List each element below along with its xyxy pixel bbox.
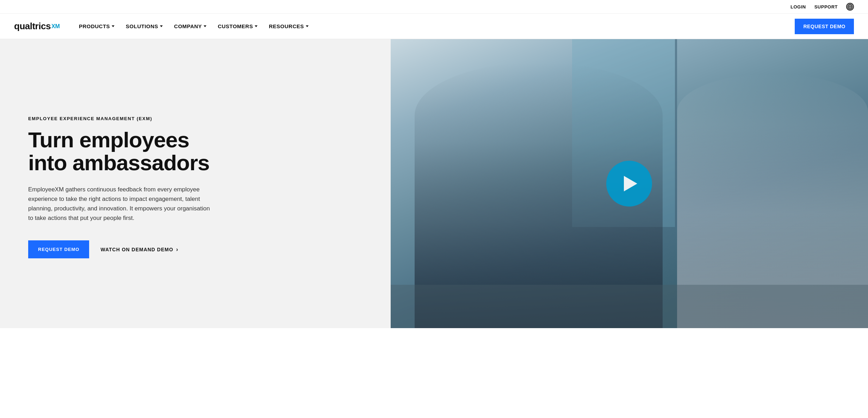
hero-section: EMPLOYEE EXPERIENCE MANAGEMENT (EXM) Tur… xyxy=(0,39,868,328)
watch-demo-label: WATCH ON DEMAND DEMO xyxy=(100,247,173,252)
play-icon xyxy=(624,176,637,191)
chevron-down-icon xyxy=(306,25,309,27)
hero-eyebrow: EMPLOYEE EXPERIENCE MANAGEMENT (EXM) xyxy=(28,116,370,121)
nav-label-products: PRODUCTS xyxy=(79,23,110,29)
chevron-down-icon xyxy=(160,25,163,27)
hero-content: EMPLOYEE EXPERIENCE MANAGEMENT (EXM) Tur… xyxy=(0,39,391,328)
nav-item-company[interactable]: COMPANY xyxy=(169,20,211,32)
play-button[interactable] xyxy=(606,161,652,207)
nav-items: PRODUCTS SOLUTIONS COMPANY CUSTOMERS RES… xyxy=(74,20,795,32)
navbar: qualtricsXM PRODUCTS SOLUTIONS COMPANY C… xyxy=(0,14,868,39)
hero-description: EmployeeXM gathers continuous feedback f… xyxy=(28,185,211,223)
chevron-down-icon xyxy=(255,25,258,27)
nav-label-resources: RESOURCES xyxy=(269,23,304,29)
logo-xm-text: XM xyxy=(51,23,60,30)
nav-label-company: COMPANY xyxy=(174,23,202,29)
top-bar: LOGIN SUPPORT xyxy=(0,0,868,14)
logo[interactable]: qualtricsXM xyxy=(14,21,60,32)
logo-qualtrics-text: qualtrics xyxy=(14,21,51,32)
nav-request-demo-button[interactable]: REQUEST DEMO xyxy=(795,19,854,34)
nav-label-solutions: SOLUTIONS xyxy=(126,23,158,29)
login-link[interactable]: LOGIN xyxy=(790,4,806,10)
nav-item-customers[interactable]: CUSTOMERS xyxy=(213,20,262,32)
hero-watch-demo-link[interactable]: WATCH ON DEMAND DEMO › xyxy=(100,246,178,253)
chevron-down-icon xyxy=(112,25,114,27)
hero-title: Turn employees into ambassadors xyxy=(28,128,370,174)
nav-item-products[interactable]: PRODUCTS xyxy=(74,20,119,32)
nav-item-resources[interactable]: RESOURCES xyxy=(264,20,314,32)
hero-actions: REQUEST DEMO WATCH ON DEMAND DEMO › xyxy=(28,240,370,258)
support-link[interactable]: SUPPORT xyxy=(814,4,838,10)
nav-item-solutions[interactable]: SOLUTIONS xyxy=(121,20,168,32)
hero-title-line2: into ambassadors xyxy=(28,150,210,175)
arrow-right-icon: › xyxy=(176,246,178,253)
hero-title-line1: Turn employees xyxy=(28,128,189,152)
hero-request-demo-button[interactable]: REQUEST DEMO xyxy=(28,240,89,258)
hero-image-area xyxy=(391,39,868,328)
language-selector-icon[interactable] xyxy=(846,3,854,11)
nav-label-customers: CUSTOMERS xyxy=(218,23,253,29)
chevron-down-icon xyxy=(204,25,206,27)
nav-cta-area: REQUEST DEMO xyxy=(795,19,854,34)
